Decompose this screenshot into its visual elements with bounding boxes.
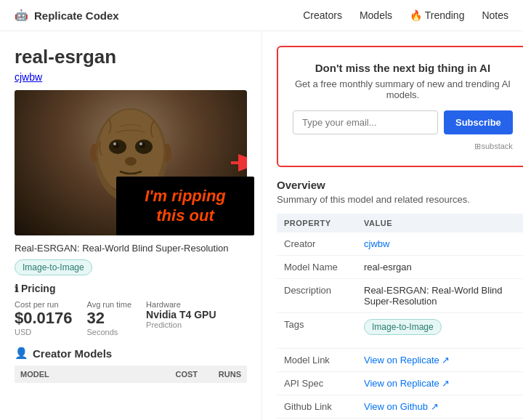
prop-modelname-label: Model Name: [277, 256, 357, 279]
hw-value: Nvidia T4 GPU: [146, 309, 216, 320]
model-description: Real-ESRGAN: Real-World Blind Super-Reso…: [15, 243, 247, 254]
col-value-header: VALUE: [357, 214, 523, 233]
nav-notes[interactable]: Notes: [482, 9, 508, 21]
col-model-header: MODEL: [20, 370, 147, 379]
overview-desc: Summary of this model and related resour…: [277, 194, 523, 205]
properties-table: PROPERTY VALUE Creator cjwbw Model Name …: [277, 214, 523, 420]
left-column: real-esrgan cjwbw: [0, 31, 262, 420]
avg-run-time: Avg run time 32 Seconds: [87, 300, 132, 336]
pricing-section: ℹ Pricing Cost per run $0.0176 USD Avg r…: [15, 283, 247, 336]
prop-modellink-value: View on Replicate ↗: [357, 349, 523, 372]
model-title: real-esrgan: [15, 46, 247, 68]
overview-header: Overview: [277, 179, 523, 194]
substack-badge: ⊞substack: [293, 142, 513, 151]
github-link[interactable]: View on Github ↗: [364, 401, 439, 412]
cost-value: $0.0176: [15, 309, 73, 328]
nav-models[interactable]: Models: [360, 9, 392, 21]
logo-emoji: 🤖: [15, 9, 28, 22]
model-author: cjwbw: [15, 71, 247, 83]
pricing-title: ℹ Pricing: [15, 283, 247, 294]
table-row: Description Real-ESRGAN: Real-World Blin…: [277, 279, 523, 313]
main-nav: Creators Models 🔥 Trending Notes: [303, 9, 508, 21]
api-spec-link[interactable]: View on Replicate ↗: [364, 378, 450, 389]
hardware-info: Hardware Nvidia T4 GPU Prediction: [146, 300, 216, 329]
svg-point-6: [113, 142, 116, 145]
info-icon: ℹ: [15, 283, 18, 294]
subscribe-button[interactable]: Subscribe: [444, 110, 513, 134]
subscribe-form: Subscribe: [293, 110, 513, 134]
cost-unit: USD: [15, 328, 73, 336]
prop-desc-value: Real-ESRGAN: Real-World BlindSuper-Resol…: [357, 279, 523, 313]
table-row: Model Name real-esrgan: [277, 256, 523, 279]
avg-label: Avg run time: [87, 300, 132, 309]
table-row: Tags Image-to-Image: [277, 313, 523, 349]
creator-link[interactable]: cjwbw: [364, 238, 389, 249]
rip-overlay: I'm ripping this out: [116, 177, 254, 235]
avg-unit: Seconds: [87, 328, 132, 336]
table-header: MODEL COST RUNS: [15, 366, 247, 383]
prop-modellink-label: Model Link: [277, 349, 357, 372]
model-tag[interactable]: Image-to-Image: [15, 259, 92, 275]
prop-tag-value[interactable]: Image-to-Image: [364, 319, 442, 335]
prop-desc-label: Description: [277, 279, 357, 313]
table-row: Creator cjwbw: [277, 233, 523, 256]
main-layout: real-esrgan cjwbw: [0, 31, 523, 420]
svg-point-7: [139, 142, 142, 145]
header: 🤖 Replicate Codex Creators Models 🔥 Tren…: [0, 0, 523, 31]
svg-point-8: [125, 157, 137, 166]
table-row: Github Link View on Github ↗: [277, 395, 523, 419]
prop-creator-label: Creator: [277, 233, 357, 256]
col-property-header: PROPERTY: [277, 214, 357, 233]
creator-models-title: 👤 Creator Models: [15, 347, 247, 360]
image-wrapper: I'm ripping this out: [15, 90, 247, 235]
subscribe-box: Don't miss the next big thing in AI Get …: [277, 46, 523, 167]
pricing-grid: Cost per run $0.0176 USD Avg run time 32…: [15, 300, 247, 336]
creator-icon: 👤: [15, 347, 28, 360]
model-link[interactable]: View on Replicate ↗: [364, 355, 450, 366]
nav-creators[interactable]: Creators: [303, 9, 342, 21]
logo: 🤖 Replicate Codex: [15, 9, 119, 22]
nav-trending[interactable]: 🔥 Trending: [410, 9, 464, 21]
right-column: Don't miss the next big thing in AI Get …: [262, 31, 523, 420]
author-link[interactable]: cjwbw: [15, 71, 42, 83]
overview-title: Overview: [277, 179, 325, 191]
email-input[interactable]: [293, 110, 438, 134]
hw-label: Hardware: [146, 300, 216, 309]
prop-modelname-value: real-esrgan: [357, 256, 523, 279]
cost-per-run: Cost per run $0.0176 USD: [15, 300, 73, 336]
table-row: Model Link View on Replicate ↗: [277, 349, 523, 372]
logo-text: Replicate Codex: [34, 9, 119, 22]
prop-github-value: View on Github ↗: [357, 395, 523, 419]
subscribe-desc: Get a free monthly summary of new and tr…: [293, 78, 513, 100]
prop-tags-value: Image-to-Image: [357, 313, 523, 349]
creator-models-section: 👤 Creator Models MODEL COST RUNS: [15, 347, 247, 383]
prop-github-label: Github Link: [277, 395, 357, 419]
avg-value: 32: [87, 309, 132, 328]
cost-label: Cost per run: [15, 300, 73, 309]
subscribe-title: Don't miss the next big thing in AI: [293, 62, 513, 74]
prop-apispec-value: View on Replicate ↗: [357, 372, 523, 395]
table-row: API Spec View on Replicate ↗: [277, 372, 523, 395]
prop-apispec-label: API Spec: [277, 372, 357, 395]
prop-creator-value: cjwbw: [357, 233, 523, 256]
col-cost-header: COST: [147, 370, 198, 379]
arrow-right-icon: [231, 148, 247, 177]
prop-tags-label: Tags: [277, 313, 357, 349]
col-runs-header: RUNS: [198, 370, 241, 379]
hw-sub: Prediction: [146, 320, 216, 329]
